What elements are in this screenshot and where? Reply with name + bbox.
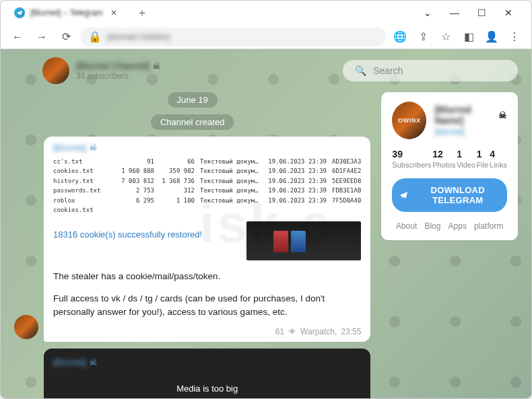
subscriber-count: 39 subscribers — [76, 71, 161, 81]
footer-link[interactable]: About — [396, 221, 417, 231]
search-icon: 🔍 — [355, 65, 366, 76]
file-row: cookies.txt1 960 888359 982Текстовый док… — [53, 166, 361, 176]
view-count: 61 — [275, 327, 284, 336]
maximize-button[interactable]: ☐ — [472, 3, 491, 22]
file-row: history.txt7 003 8121 368 736Текстовый д… — [53, 176, 361, 186]
minimize-button[interactable]: — — [445, 3, 464, 22]
message-signature: Warpatch, — [300, 327, 337, 336]
tab-title: [Blurred] – Telegram — [30, 8, 103, 17]
footer-link[interactable]: Blog — [424, 221, 440, 231]
chevron-down-icon[interactable]: ⌄ — [418, 3, 437, 22]
stats-row: 39Subscribers12Photos1Video1File4Links — [392, 149, 507, 169]
date-separator: June 19 — [168, 92, 218, 108]
address-bar[interactable]: 🔒 [domain hidden] — [80, 28, 386, 46]
message-time: 23:55 — [341, 327, 361, 336]
telegram-icon — [399, 189, 408, 201]
search-input[interactable]: 🔍 Search — [343, 60, 518, 81]
stat-item[interactable]: 1File — [477, 149, 489, 169]
footer-link[interactable]: platform — [474, 221, 503, 231]
message-bubble: [Blurred] ☠ cc's.txt9166Текстовый докум…… — [44, 137, 370, 342]
message-author[interactable]: [Blurred] ☠ — [44, 137, 370, 155]
bookmark-icon[interactable]: ☆ — [436, 27, 456, 47]
message-avatar[interactable] — [14, 315, 38, 339]
browser-toolbar: ← → ⟳ 🔒 [domain hidden] 🌐 ⇪ ☆ ◧ 👤 ⋮ — [1, 25, 531, 49]
menu-icon[interactable]: ⋮ — [504, 27, 525, 47]
close-window-button[interactable]: ✕ — [499, 3, 518, 22]
media-too-big-label: Media is too big — [176, 384, 238, 394]
new-tab-button[interactable]: ＋ — [133, 3, 152, 22]
skull-icon: ☠ — [89, 142, 98, 153]
search-placeholder: Search — [373, 65, 403, 76]
skull-icon: ☠ — [152, 61, 161, 71]
stat-item[interactable]: 39Subscribers — [392, 149, 431, 169]
channel-avatar[interactable] — [42, 57, 69, 84]
translate-icon[interactable]: 🌐 — [390, 27, 410, 47]
file-listing: cc's.txt9166Текстовый докум…19.06.2023 2… — [44, 155, 370, 219]
footer-links: AboutBlogAppsplatform — [392, 221, 507, 231]
message-list: June 19 Channel created [Blurred] ☠ cc's… — [14, 92, 370, 398]
channel-created-chip: Channel created — [151, 114, 234, 130]
message: [Blurred] ☠ cc's.txt9166Текстовый докум…… — [14, 137, 370, 342]
stat-item[interactable]: 4Links — [490, 149, 507, 169]
restored-status: 18316 cookie(s) successfully restored! — [53, 221, 240, 240]
download-telegram-button[interactable]: DOWNLOAD TELEGRAM — [392, 178, 507, 212]
message-meta: 61 👁 Warpatch, 23:55 — [44, 327, 370, 342]
browser-window: [Blurred] – Telegram ✕ ＋ ⌄ — ☐ ✕ ← → ⟳ 🔒… — [0, 0, 532, 399]
back-button[interactable]: ← — [7, 27, 28, 47]
sidepanel-icon[interactable]: ◧ — [459, 27, 479, 47]
stat-item[interactable]: 12Photos — [432, 149, 455, 169]
card-channel-name: [Blurred Name] ☠ — [434, 104, 507, 126]
footer-link[interactable]: Apps — [448, 221, 467, 231]
telegram-icon — [14, 7, 25, 18]
channel-info-card: OW!NX [Blurred Name] ☠ [blurred] 39Subsc… — [381, 92, 518, 240]
card-avatar[interactable]: OW!NX — [392, 102, 426, 139]
skull-icon: ☠ — [498, 110, 507, 120]
file-row: cc's.txt9166Текстовый докум…19.06.2023 2… — [53, 157, 361, 166]
message-text: The stealer has a cookie/mail/pass/token… — [44, 267, 370, 327]
page-content: isk.c [Blurred Channel] ☠ 39 subscribers… — [1, 49, 531, 398]
reload-button[interactable]: ⟳ — [56, 27, 76, 47]
file-row: passwords.txt2 753312Текстовый докум…19.… — [53, 186, 361, 195]
channel-header: [Blurred Channel] ☠ 39 subscribers 🔍 Sea… — [1, 49, 531, 92]
channel-name: [Blurred Channel] ☠ — [76, 61, 161, 71]
screenshot-thumbnail[interactable] — [246, 221, 361, 260]
titlebar: [Blurred] – Telegram ✕ ＋ ⌄ — ☐ ✕ — [1, 1, 531, 25]
close-tab-icon[interactable]: ✕ — [108, 7, 119, 18]
message-author[interactable]: [Blurred] ☠ — [53, 357, 361, 367]
file-row: roblox cookies.txt6 2951 100Текстовый до… — [53, 196, 361, 215]
card-subtitle: [blurred] — [434, 127, 507, 137]
share-icon[interactable]: ⇪ — [413, 27, 433, 47]
profile-icon[interactable]: 👤 — [481, 27, 502, 47]
stat-item[interactable]: 1Video — [457, 149, 475, 169]
url-text: [domain hidden] — [107, 32, 170, 42]
message: [Blurred] ☠ Media is too big VIEW IN TEL… — [14, 349, 370, 398]
skull-icon: ☠ — [89, 357, 98, 367]
media-message-bubble: [Blurred] ☠ Media is too big VIEW IN TEL… — [44, 349, 370, 398]
browser-tab[interactable]: [Blurred] – Telegram ✕ — [6, 3, 127, 22]
lock-icon: 🔒 — [88, 30, 102, 43]
forward-button[interactable]: → — [32, 27, 52, 47]
eye-icon: 👁 — [288, 327, 296, 336]
